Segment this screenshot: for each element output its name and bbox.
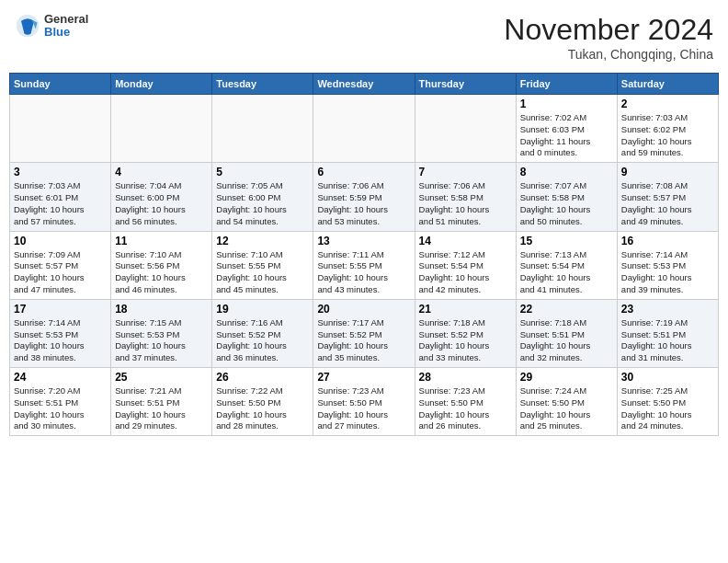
day-info: Sunrise: 7:13 AMSunset: 5:54 PMDaylight:… [520, 249, 613, 296]
calendar-cell: 25Sunrise: 7:21 AMSunset: 5:51 PMDayligh… [111, 368, 212, 436]
day-number: 4 [115, 166, 208, 178]
day-number: 30 [621, 371, 714, 384]
day-number: 10 [14, 235, 107, 247]
calendar-cell: 3Sunrise: 7:03 AMSunset: 6:01 PMDaylight… [10, 163, 111, 231]
day-info: Sunrise: 7:15 AMSunset: 5:53 PMDaylight:… [115, 317, 208, 364]
calendar-cell: 13Sunrise: 7:11 AMSunset: 5:55 PMDayligh… [313, 231, 415, 299]
calendar-cell: 20Sunrise: 7:17 AMSunset: 5:52 PMDayligh… [313, 299, 415, 367]
day-info: Sunrise: 7:25 AMSunset: 5:50 PMDaylight:… [621, 385, 714, 432]
day-info: Sunrise: 7:06 AMSunset: 5:58 PMDaylight:… [419, 180, 512, 227]
day-info: Sunrise: 7:05 AMSunset: 6:00 PMDaylight:… [216, 180, 309, 227]
calendar-cell: 26Sunrise: 7:22 AMSunset: 5:50 PMDayligh… [212, 368, 313, 436]
day-info: Sunrise: 7:10 AMSunset: 5:56 PMDaylight:… [115, 249, 208, 296]
calendar-cell: 12Sunrise: 7:10 AMSunset: 5:55 PMDayligh… [212, 231, 313, 299]
page-header: General Blue November 2024 Tukan, Chongq… [9, 9, 719, 65]
calendar-cell: 8Sunrise: 7:07 AMSunset: 5:58 PMDaylight… [516, 163, 617, 231]
day-info: Sunrise: 7:10 AMSunset: 5:55 PMDaylight:… [216, 249, 309, 296]
day-number: 26 [216, 371, 309, 384]
day-info: Sunrise: 7:14 AMSunset: 5:53 PMDaylight:… [621, 249, 714, 296]
calendar-cell: 4Sunrise: 7:04 AMSunset: 6:00 PMDaylight… [111, 163, 212, 231]
calendar-cell: 17Sunrise: 7:14 AMSunset: 5:53 PMDayligh… [10, 299, 111, 367]
day-number: 17 [14, 303, 107, 316]
day-info: Sunrise: 7:14 AMSunset: 5:53 PMDaylight:… [14, 317, 107, 364]
calendar-cell: 10Sunrise: 7:09 AMSunset: 5:57 PMDayligh… [10, 231, 111, 299]
calendar-cell [111, 95, 212, 163]
calendar-cell: 16Sunrise: 7:14 AMSunset: 5:53 PMDayligh… [617, 231, 718, 299]
calendar-cell: 14Sunrise: 7:12 AMSunset: 5:54 PMDayligh… [415, 231, 516, 299]
day-number: 15 [520, 235, 613, 247]
day-number: 2 [621, 98, 714, 110]
calendar-cell: 5Sunrise: 7:05 AMSunset: 6:00 PMDaylight… [212, 163, 313, 231]
calendar-cell: 1Sunrise: 7:02 AMSunset: 6:03 PMDaylight… [516, 95, 617, 163]
day-number: 18 [115, 303, 208, 316]
day-info: Sunrise: 7:17 AMSunset: 5:52 PMDaylight:… [317, 317, 410, 364]
calendar-cell: 2Sunrise: 7:03 AMSunset: 6:02 PMDaylight… [617, 95, 718, 163]
calendar-week-row: 1Sunrise: 7:02 AMSunset: 6:03 PMDaylight… [10, 95, 719, 163]
calendar-cell: 27Sunrise: 7:23 AMSunset: 5:50 PMDayligh… [313, 368, 415, 436]
calendar-cell: 6Sunrise: 7:06 AMSunset: 5:59 PMDaylight… [313, 163, 415, 231]
weekday-header: Tuesday [212, 74, 313, 95]
day-number: 28 [419, 371, 512, 384]
day-number: 12 [216, 235, 309, 247]
day-number: 13 [317, 235, 410, 247]
weekday-header: Monday [111, 74, 212, 95]
location: Tukan, Chongqing, China [504, 47, 713, 62]
calendar-cell: 7Sunrise: 7:06 AMSunset: 5:58 PMDaylight… [415, 163, 516, 231]
day-info: Sunrise: 7:24 AMSunset: 5:50 PMDaylight:… [520, 385, 613, 432]
day-number: 19 [216, 303, 309, 316]
calendar-cell [313, 95, 415, 163]
day-info: Sunrise: 7:19 AMSunset: 5:51 PMDaylight:… [621, 317, 714, 364]
weekday-header-row: SundayMondayTuesdayWednesdayThursdayFrid… [10, 74, 719, 95]
calendar-cell [415, 95, 516, 163]
logo-icon [15, 13, 40, 39]
day-info: Sunrise: 7:20 AMSunset: 5:51 PMDaylight:… [14, 385, 107, 432]
weekday-header: Thursday [415, 74, 516, 95]
calendar-week-row: 10Sunrise: 7:09 AMSunset: 5:57 PMDayligh… [10, 231, 719, 299]
calendar-cell [10, 95, 111, 163]
day-number: 5 [216, 166, 309, 178]
day-info: Sunrise: 7:23 AMSunset: 5:50 PMDaylight:… [419, 385, 512, 432]
weekday-header: Sunday [10, 74, 111, 95]
day-number: 8 [520, 166, 613, 178]
weekday-header: Saturday [617, 74, 718, 95]
day-info: Sunrise: 7:03 AMSunset: 6:02 PMDaylight:… [621, 112, 714, 159]
day-number: 11 [115, 235, 208, 247]
day-number: 25 [115, 371, 208, 384]
day-info: Sunrise: 7:22 AMSunset: 5:50 PMDaylight:… [216, 385, 309, 432]
title-block: November 2024 Tukan, Chongqing, China [504, 13, 713, 62]
day-info: Sunrise: 7:09 AMSunset: 5:57 PMDaylight:… [14, 249, 107, 296]
logo: General Blue [15, 13, 88, 40]
calendar-cell: 9Sunrise: 7:08 AMSunset: 5:57 PMDaylight… [617, 163, 718, 231]
day-info: Sunrise: 7:12 AMSunset: 5:54 PMDaylight:… [419, 249, 512, 296]
day-info: Sunrise: 7:18 AMSunset: 5:51 PMDaylight:… [520, 317, 613, 364]
day-number: 23 [621, 303, 714, 316]
calendar-week-row: 3Sunrise: 7:03 AMSunset: 6:01 PMDaylight… [10, 163, 719, 231]
calendar-cell: 22Sunrise: 7:18 AMSunset: 5:51 PMDayligh… [516, 299, 617, 367]
calendar-table: SundayMondayTuesdayWednesdayThursdayFrid… [9, 73, 719, 436]
day-info: Sunrise: 7:11 AMSunset: 5:55 PMDaylight:… [317, 249, 410, 296]
calendar-cell: 21Sunrise: 7:18 AMSunset: 5:52 PMDayligh… [415, 299, 516, 367]
day-info: Sunrise: 7:08 AMSunset: 5:57 PMDaylight:… [621, 180, 714, 227]
day-info: Sunrise: 7:18 AMSunset: 5:52 PMDaylight:… [419, 317, 512, 364]
weekday-header: Friday [516, 74, 617, 95]
weekday-header: Wednesday [313, 74, 415, 95]
calendar-cell: 29Sunrise: 7:24 AMSunset: 5:50 PMDayligh… [516, 368, 617, 436]
calendar-cell: 28Sunrise: 7:23 AMSunset: 5:50 PMDayligh… [415, 368, 516, 436]
day-info: Sunrise: 7:16 AMSunset: 5:52 PMDaylight:… [216, 317, 309, 364]
day-number: 6 [317, 166, 410, 178]
day-number: 1 [520, 98, 613, 110]
day-info: Sunrise: 7:06 AMSunset: 5:59 PMDaylight:… [317, 180, 410, 227]
calendar-cell: 18Sunrise: 7:15 AMSunset: 5:53 PMDayligh… [111, 299, 212, 367]
calendar-cell: 11Sunrise: 7:10 AMSunset: 5:56 PMDayligh… [111, 231, 212, 299]
day-number: 29 [520, 371, 613, 384]
day-number: 9 [621, 166, 714, 178]
day-number: 24 [14, 371, 107, 384]
calendar-cell [212, 95, 313, 163]
logo-general: General [44, 13, 88, 26]
day-info: Sunrise: 7:21 AMSunset: 5:51 PMDaylight:… [115, 385, 208, 432]
month-title: November 2024 [504, 13, 713, 47]
day-info: Sunrise: 7:02 AMSunset: 6:03 PMDaylight:… [520, 112, 613, 159]
day-info: Sunrise: 7:07 AMSunset: 5:58 PMDaylight:… [520, 180, 613, 227]
calendar-cell: 24Sunrise: 7:20 AMSunset: 5:51 PMDayligh… [10, 368, 111, 436]
day-number: 16 [621, 235, 714, 247]
